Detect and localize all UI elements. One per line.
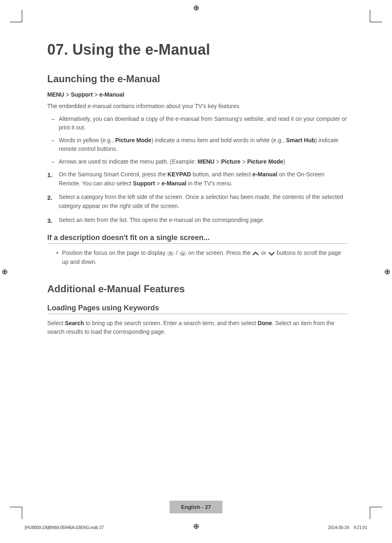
dash-item: Arrows are used to indicate the menu pat… bbox=[57, 157, 347, 166]
section-heading-additional: Additional e-Manual Features bbox=[47, 283, 347, 295]
chapter-title: 07. Using the e-Manual bbox=[47, 41, 347, 58]
bullet-item: Position the focus on the page to displa… bbox=[62, 249, 347, 266]
dash-item: Words in yellow (e.g., Picture Mode) ind… bbox=[57, 136, 347, 153]
section-heading-launching: Launching the e-Manual bbox=[47, 73, 347, 85]
chevron-right-icon: > bbox=[242, 157, 245, 167]
footer-language: English - bbox=[181, 504, 205, 510]
bullet-list: Position the focus on the page to displa… bbox=[47, 249, 347, 266]
dash-item: Alternatively, you can download a copy o… bbox=[57, 115, 347, 132]
chevron-right-icon: > bbox=[66, 90, 69, 98]
scroll-up-bubble-icon bbox=[167, 250, 174, 256]
bold-term: e-Manual bbox=[161, 180, 187, 187]
chevron-down-icon bbox=[268, 250, 275, 256]
bold-term: e-Manual bbox=[252, 171, 277, 178]
registration-mark-icon: ⊕ bbox=[193, 3, 199, 12]
chevron-right-icon: > bbox=[216, 157, 219, 167]
text: to bring up the search screen. Enter a s… bbox=[84, 320, 258, 326]
numbered-list: 1. On the Samsung Smart Control, press t… bbox=[47, 170, 347, 224]
text: button, and then select bbox=[191, 171, 252, 178]
bold-term: Picture bbox=[221, 158, 240, 165]
text: ) indicate a menu item and bold words in… bbox=[151, 137, 286, 143]
footer-page-number: 27 bbox=[205, 504, 211, 510]
intro-text: The embedded e-manual contains informati… bbox=[47, 102, 347, 111]
subsection-heading-keywords: Loading Pages using Keywords bbox=[47, 304, 347, 314]
text: Select an item from the list. This opens… bbox=[59, 217, 265, 223]
dash-list: Alternatively, you can download a copy o… bbox=[47, 115, 347, 166]
bold-term: Picture Mode bbox=[247, 158, 283, 165]
text: ) bbox=[283, 158, 285, 165]
chevron-right-icon: > bbox=[95, 90, 98, 98]
chevron-up-icon bbox=[252, 250, 259, 256]
subsection-heading-scroll: If a description doesn't fit on a single… bbox=[47, 233, 347, 244]
text: on the screen. Press the bbox=[188, 250, 252, 256]
step-number: 3. bbox=[47, 216, 53, 225]
bold-term: Picture Mode bbox=[115, 137, 151, 143]
numbered-item: 3. Select an item from the list. This op… bbox=[57, 216, 347, 225]
scroll-down-bubble-icon bbox=[179, 250, 187, 256]
chevron-right-icon: > bbox=[157, 178, 160, 189]
menu-path-part: MENU bbox=[47, 91, 64, 98]
text: On the Samsung Smart Control, press the bbox=[59, 171, 168, 178]
text: Arrows are used to indicate the menu pat… bbox=[59, 158, 198, 165]
bold-term: Smart Hub bbox=[286, 137, 315, 143]
text: Words in yellow (e.g., bbox=[59, 137, 115, 143]
numbered-item: 2. Select a category from the left side … bbox=[57, 193, 347, 210]
step-number: 1. bbox=[47, 170, 53, 180]
menu-path: MENU > Support > e-Manual bbox=[47, 91, 347, 98]
crop-mark bbox=[370, 507, 382, 519]
menu-path-part: Support bbox=[71, 91, 93, 98]
menu-path-part: e-Manual bbox=[99, 91, 125, 98]
bold-term: Done bbox=[258, 320, 272, 326]
body-text: Select Search to bring up the search scr… bbox=[47, 319, 347, 336]
bold-term: Search bbox=[65, 320, 84, 326]
registration-mark-icon: ⊕ bbox=[193, 522, 199, 531]
crop-mark bbox=[10, 507, 22, 519]
print-slug-right: 2014-05-29 9:21:01 bbox=[328, 525, 367, 530]
page-footer-badge: English - 27 bbox=[170, 501, 223, 513]
bold-term: Support bbox=[133, 180, 155, 187]
text: in the TV's menu. bbox=[187, 180, 233, 187]
page-content: 07. Using the e-Manual Launching the e-M… bbox=[47, 41, 347, 340]
step-number: 2. bbox=[47, 193, 53, 202]
text: / bbox=[176, 250, 179, 256]
text: Position the focus on the page to displa… bbox=[62, 250, 167, 256]
crop-mark bbox=[370, 10, 382, 22]
text: Select bbox=[47, 320, 65, 326]
bold-term: MENU bbox=[198, 158, 214, 165]
bold-term: KEYPAD bbox=[168, 171, 191, 178]
text: Select a category from the left side of … bbox=[59, 194, 343, 209]
print-slug-left: [HU9000-ZA]BN68-05946A-03ENG.indb 27 bbox=[25, 525, 104, 530]
registration-mark-icon: ⊕ bbox=[2, 267, 8, 276]
text: or bbox=[261, 250, 267, 256]
numbered-item: 1. On the Samsung Smart Control, press t… bbox=[57, 170, 347, 188]
registration-mark-icon: ⊕ bbox=[384, 267, 390, 276]
crop-mark bbox=[10, 10, 22, 22]
